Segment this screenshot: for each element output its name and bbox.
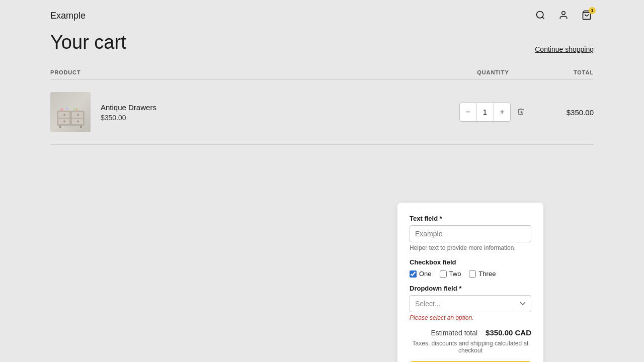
checkbox-two-label: Two [449, 270, 461, 278]
checkbox-one-input[interactable] [410, 270, 417, 278]
text-field-label: Text field * [410, 215, 531, 222]
svg-point-11 [77, 121, 79, 123]
dropdown-label: Dropdown field * [410, 285, 531, 292]
taxes-text: Taxes, discounts and shipping calculated… [410, 340, 531, 354]
trash-icon [517, 108, 525, 116]
product-column-header: PRODUCT [50, 69, 453, 75]
search-button[interactable] [533, 8, 547, 24]
account-icon [558, 10, 569, 20]
checkbox-three-label: Three [478, 270, 496, 278]
checkbox-two-input[interactable] [440, 270, 447, 278]
checkbox-three[interactable]: Three [469, 270, 496, 278]
checkbox-group-label: Checkbox field [410, 258, 531, 266]
quantity-col: − 1 + [453, 103, 533, 122]
total-column-header: TOTAL [533, 69, 594, 75]
dropdown-error: Please select an option. [410, 314, 531, 321]
svg-point-10 [63, 121, 65, 123]
table-header: PRODUCT QUANTITY TOTAL [50, 65, 594, 80]
svg-rect-13 [80, 126, 82, 128]
svg-point-15 [66, 108, 68, 110]
product-name: Antique Drawers [101, 103, 156, 112]
quantity-decrease-button[interactable]: − [460, 103, 476, 121]
cart-button[interactable]: 1 [580, 8, 594, 24]
svg-point-8 [63, 114, 65, 116]
quantity-control: − 1 + [459, 103, 511, 122]
delete-item-button[interactable] [515, 106, 527, 119]
table-row: Antique Drawers $350.00 − 1 + $350.00 [50, 80, 594, 145]
checkbox-three-input[interactable] [469, 270, 476, 278]
dropdown-select[interactable]: Select... Option 1 Option 2 Option 3 [410, 295, 531, 312]
svg-point-9 [77, 114, 79, 116]
estimated-total-row: Estimated total $350.00 CAD [410, 328, 531, 337]
text-field-input[interactable] [410, 225, 531, 242]
item-total: $350.00 [533, 108, 594, 117]
checkbox-one-label: One [419, 270, 432, 278]
quantity-value: 1 [476, 103, 494, 121]
page-title: Your cart [50, 32, 126, 53]
quantity-increase-button[interactable]: + [494, 103, 510, 121]
site-logo: Example [50, 11, 86, 21]
product-col: Antique Drawers $350.00 [50, 92, 453, 132]
estimated-value: $350.00 CAD [486, 328, 531, 337]
checkbox-two[interactable]: Two [440, 270, 461, 278]
cart-badge: 1 [589, 7, 596, 14]
continue-shopping-button[interactable]: Continue shopping [535, 45, 594, 53]
header-icons: 1 [533, 8, 594, 24]
text-field-helper: Helper text to provide more information. [410, 244, 531, 251]
svg-rect-16 [73, 107, 75, 111]
product-image [50, 92, 91, 132]
search-icon [535, 10, 545, 20]
product-price: $350.00 [101, 114, 156, 122]
svg-point-14 [60, 108, 63, 111]
checkbox-group: One Two Three [410, 270, 531, 278]
checkbox-one[interactable]: One [410, 270, 432, 278]
checkout-panel: Text field * Helper text to provide more… [397, 203, 543, 362]
svg-point-0 [537, 12, 543, 18]
estimated-label: Estimated total [431, 329, 478, 337]
product-info: Antique Drawers $350.00 [101, 103, 156, 122]
svg-rect-17 [76, 108, 77, 111]
svg-point-1 [562, 12, 566, 15]
account-button[interactable] [556, 8, 571, 24]
quantity-column-header: QUANTITY [453, 69, 533, 75]
svg-rect-12 [59, 126, 61, 128]
